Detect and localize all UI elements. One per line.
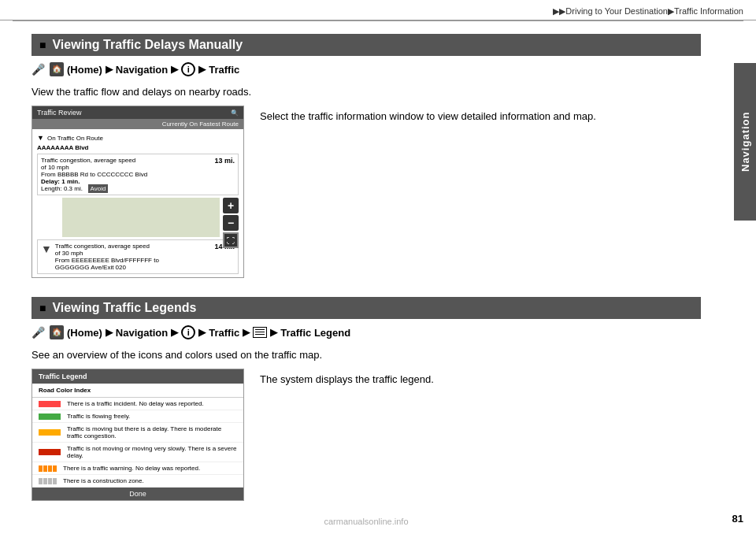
watermark: carmanualsonline.info (0, 517, 732, 526)
section1-content: Traffic Review 🔍 Currently On Fastest Ro… (32, 106, 701, 278)
legend-row-2: Traffic is moving but there is a delay. … (32, 423, 243, 443)
legend-row-1: Traffic is flowing freely. (32, 410, 243, 423)
section1-heading: Viewing Traffic Delays Manually (32, 34, 701, 56)
screen-subheader: Currently On Fastest Route (32, 119, 243, 129)
mic-icon-2: 🎤 (32, 326, 45, 339)
screen-traffic-review: Traffic Review 🔍 Currently On Fastest Ro… (32, 106, 244, 278)
info-icon: i (181, 62, 195, 76)
section-traffic-delays: Viewing Traffic Delays Manually 🎤 🏠 (Hom… (32, 34, 701, 278)
section1-path: 🎤 🏠 (Home) ▶ Navigation ▶ i ▶ Traffic (32, 62, 701, 76)
traffic-item-1: Traffic congestion, average speed of 10 … (37, 154, 239, 195)
traffic-legend-screen: Traffic Legend Road Color Index There is… (32, 369, 244, 501)
legend-rows: There is a traffic incident. No delay wa… (32, 398, 243, 488)
home-icon: 🏠 (50, 62, 64, 76)
color-bar-3 (39, 449, 61, 455)
traffic-screen-mock: Traffic Review 🔍 Currently On Fastest Ro… (32, 106, 244, 278)
color-bar-construction (39, 478, 57, 484)
breadcrumb: ▶▶Driving to Your Destination▶Traffic In… (553, 6, 743, 16)
color-bar-0 (39, 401, 61, 407)
screen-header: Traffic Review 🔍 (32, 106, 243, 119)
main-content: Viewing Traffic Delays Manually 🎤 🏠 (Hom… (0, 21, 732, 532)
arrow1: ▶ (106, 64, 113, 75)
info-icon-2: i (181, 325, 195, 339)
arrow-s2-4: ▶ (243, 327, 250, 338)
arrow-s2-1: ▶ (106, 327, 113, 338)
section-traffic-legends: Viewing Traffic Legends 🎤 🏠 (Home) ▶ Nav… (32, 297, 701, 501)
page-header: ▶▶Driving to Your Destination▶Traffic In… (0, 0, 756, 20)
arrow3: ▶ (198, 64, 206, 75)
arrow-s2-2: ▶ (171, 327, 178, 338)
section2-heading: Viewing Traffic Legends (32, 297, 701, 319)
menu-icon (253, 327, 267, 338)
color-bar-2 (39, 429, 61, 436)
map-area (62, 198, 220, 237)
arrow-s2-3: ▶ (198, 327, 206, 338)
legend-row-4: There is a traffic warning. No delay was… (32, 462, 243, 475)
section1-desc-col: Select the traffic information window to… (260, 106, 701, 278)
section2-desc-col: The system displays the traffic legend. (260, 369, 701, 501)
section2-content: Traffic Legend Road Color Index There is… (32, 369, 701, 501)
zoom-out-button[interactable]: − (223, 215, 239, 231)
legend-screen-col: Traffic Legend Road Color Index There is… (32, 369, 244, 501)
legend-row-3: Traffic is not moving or moving very slo… (32, 443, 243, 462)
legend-screen-header: Traffic Legend (32, 369, 243, 384)
section2-description: See an overview of the icons and colors … (32, 349, 701, 361)
section2-path: 🎤 🏠 (Home) ▶ Navigation ▶ i ▶ Traffic ▶ … (32, 325, 701, 339)
page-number: 81 (732, 513, 743, 525)
home-icon-2: 🏠 (50, 325, 64, 339)
down-arrow: ▼ (41, 243, 52, 255)
legend-row-5: There is a construction zone. (32, 475, 243, 488)
color-bar-1 (39, 413, 61, 420)
zoom-in-button[interactable]: + (223, 198, 239, 213)
legend-subheader: Road Color Index (32, 384, 243, 398)
section1-description: View the traffic flow and delays on near… (32, 86, 701, 98)
navigation-tab: Navigation (734, 63, 756, 221)
mic-icon: 🎤 (32, 63, 45, 76)
done-button[interactable]: Done (32, 488, 243, 500)
arrow-s2-5: ▶ (270, 327, 277, 338)
map-controls: + − ⛶ (223, 198, 239, 248)
screen-body: ▼ On Traffic On Route AAAAAAAA Blvd Traf… (32, 129, 243, 277)
fullscreen-button[interactable]: ⛶ (223, 232, 239, 248)
color-bar-striped (39, 465, 57, 472)
traffic-item-2: ▼ Traffic congestion, average speed of 3… (37, 239, 239, 274)
legend-row-0: There is a traffic incident. No delay wa… (32, 398, 243, 410)
arrow2: ▶ (171, 64, 178, 75)
